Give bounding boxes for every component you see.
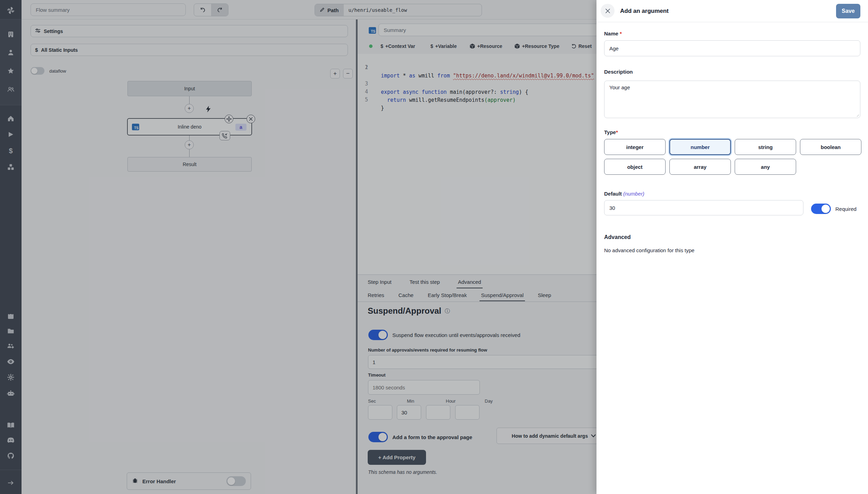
save-button[interactable]: Save xyxy=(836,4,860,18)
type-options-row1: integer number string boolean xyxy=(604,139,861,155)
type-label: Type* xyxy=(604,129,618,135)
type-number-button[interactable]: number xyxy=(669,139,731,155)
type-object-button[interactable]: object xyxy=(604,159,666,175)
advanced-note: No advanced configuration for this type xyxy=(604,247,694,253)
required-toggle[interactable] xyxy=(811,204,831,214)
default-label: Default (number) xyxy=(604,191,644,197)
required-row: Required xyxy=(811,204,857,214)
close-icon[interactable] xyxy=(601,4,615,18)
description-label: Description xyxy=(604,69,633,75)
type-boolean-button[interactable]: boolean xyxy=(800,139,861,155)
drawer-backdrop[interactable] xyxy=(0,0,596,494)
default-value-input[interactable] xyxy=(604,200,803,215)
drawer-header: Add an argument Save xyxy=(596,0,868,22)
type-integer-button[interactable]: integer xyxy=(604,139,666,155)
drawer-title: Add an argument xyxy=(620,8,669,15)
name-label: Name * xyxy=(604,31,622,36)
required-label: Required xyxy=(835,206,857,212)
name-input[interactable] xyxy=(604,40,860,56)
description-input[interactable]: Your age xyxy=(604,81,860,118)
type-array-button[interactable]: array xyxy=(669,159,731,175)
add-argument-drawer: Add an argument Save Name * Description … xyxy=(596,0,868,494)
advanced-label: Advanced xyxy=(604,234,631,240)
type-options-row2: object array any xyxy=(604,159,796,175)
app-root: $ xyxy=(0,0,868,494)
type-any-button[interactable]: any xyxy=(735,159,796,175)
type-string-button[interactable]: string xyxy=(735,139,796,155)
